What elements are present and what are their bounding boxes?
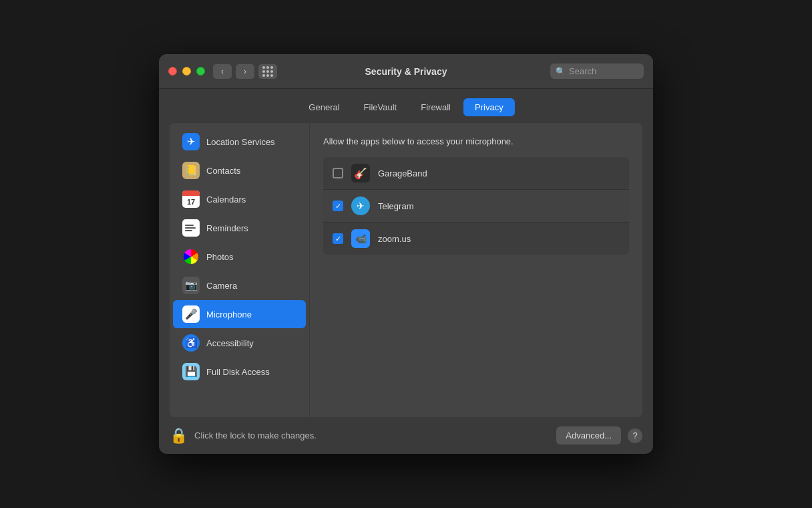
grid-button[interactable] — [258, 64, 277, 79]
close-button[interactable] — [168, 67, 177, 76]
minimize-button[interactable] — [182, 67, 191, 76]
main-panel: Allow the apps below to access your micr… — [310, 123, 642, 417]
back-button[interactable]: ‹ — [213, 64, 232, 79]
content-area: ✈ Location Services 📒 Contacts 17 Calend… — [170, 123, 642, 417]
garageband-checkbox[interactable] — [333, 168, 343, 178]
contacts-icon: 📒 — [182, 162, 200, 179]
sidebar-item-accessibility[interactable]: ♿ Accessibility — [173, 329, 306, 357]
search-bar[interactable]: 🔍 — [550, 64, 644, 79]
sidebar-item-location[interactable]: ✈ Location Services — [173, 128, 306, 156]
sidebar-item-calendars[interactable]: 17 Calendars — [173, 185, 306, 213]
sidebar-item-camera[interactable]: 📷 Camera — [173, 271, 306, 299]
garageband-icon: 🎸 — [351, 164, 370, 182]
calendars-icon: 17 — [182, 190, 200, 208]
sidebar-label-photos: Photos — [206, 252, 233, 262]
maximize-button[interactable] — [196, 67, 205, 76]
help-button[interactable]: ? — [628, 428, 642, 443]
bottom-bar: 🔒 Click the lock to make changes. Advanc… — [159, 417, 653, 454]
sidebar-label-location: Location Services — [206, 137, 275, 147]
forward-button[interactable]: › — [236, 64, 254, 79]
reminders-icon — [182, 219, 200, 237]
window: ‹ › Security & Privacy 🔍 General FileVau… — [159, 54, 653, 454]
table-row: ✈ Telegram — [323, 190, 629, 223]
tab-general[interactable]: General — [297, 98, 351, 116]
accessibility-icon: ♿ — [182, 334, 200, 352]
telegram-label: Telegram — [378, 201, 413, 211]
location-icon: ✈ — [182, 133, 200, 150]
lock-text: Click the lock to make changes. — [194, 430, 550, 440]
sidebar-item-microphone[interactable]: 🎤 Microphone — [173, 300, 306, 328]
sidebar-label-calendars: Calendars — [206, 195, 246, 205]
advanced-button[interactable]: Advanced... — [556, 426, 621, 444]
table-row: 🎸 GarageBand — [323, 157, 629, 190]
nav-buttons: ‹ › — [213, 64, 254, 79]
tab-filevault[interactable]: FileVault — [353, 98, 409, 116]
telegram-icon: ✈ — [351, 197, 370, 215]
sidebar-label-reminders: Reminders — [206, 223, 248, 233]
telegram-checkbox[interactable] — [333, 201, 343, 211]
zoom-label: zoom.us — [378, 234, 411, 244]
table-row: 📹 zoom.us — [323, 223, 629, 255]
tabs-row: General FileVault Firewall Privacy — [159, 89, 653, 123]
sidebar-item-photos[interactable]: Photos — [173, 243, 306, 271]
zoom-icon: 📹 — [351, 229, 370, 248]
lock-icon[interactable]: 🔒 — [170, 427, 188, 444]
window-title: Security & Privacy — [365, 66, 447, 77]
sidebar-label-accessibility: Accessibility — [206, 338, 254, 348]
fulldisk-icon: 💾 — [182, 363, 200, 380]
sidebar-item-contacts[interactable]: 📒 Contacts — [173, 156, 306, 184]
apps-list: 🎸 GarageBand ✈ Telegram 📹 zoom.us — [323, 157, 629, 255]
garageband-label: GarageBand — [378, 168, 427, 178]
sidebar-label-camera: Camera — [206, 281, 237, 291]
sidebar-label-contacts: Contacts — [206, 166, 240, 176]
camera-icon: 📷 — [182, 277, 200, 294]
zoom-checkbox[interactable] — [333, 233, 343, 244]
sidebar-label-fulldisk: Full Disk Access — [206, 367, 270, 377]
tab-firewall[interactable]: Firewall — [409, 98, 462, 116]
sidebar-item-fulldisk[interactable]: 💾 Full Disk Access — [173, 358, 306, 386]
microphone-icon: 🎤 — [182, 305, 200, 323]
sidebar: ✈ Location Services 📒 Contacts 17 Calend… — [170, 123, 310, 417]
photos-icon — [182, 248, 200, 265]
sidebar-label-microphone: Microphone — [206, 309, 252, 320]
search-icon: 🔍 — [556, 67, 566, 76]
traffic-lights — [168, 67, 205, 76]
sidebar-item-reminders[interactable]: Reminders — [173, 214, 306, 242]
search-input[interactable] — [569, 66, 638, 76]
panel-description: Allow the apps below to access your micr… — [323, 136, 629, 146]
titlebar: ‹ › Security & Privacy 🔍 — [159, 54, 653, 89]
tab-privacy[interactable]: Privacy — [463, 98, 515, 116]
